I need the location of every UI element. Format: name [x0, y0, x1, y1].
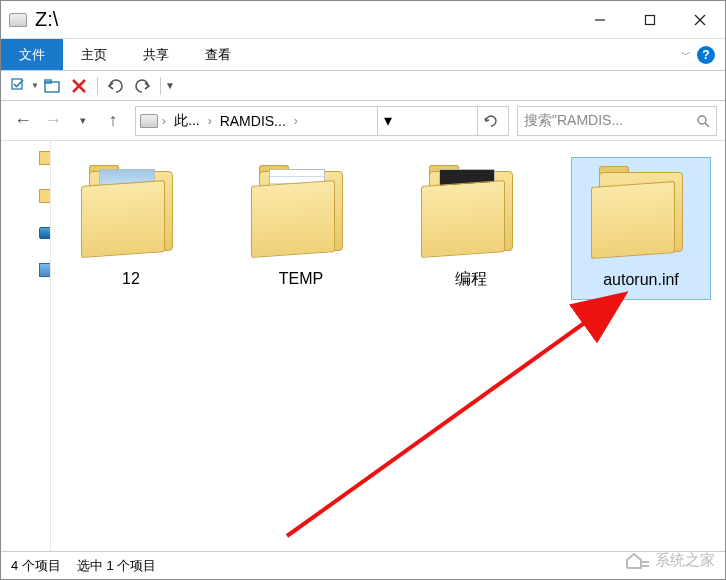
close-icon: [694, 14, 706, 26]
maximize-button[interactable]: [625, 1, 675, 38]
sidebar-item-thispc[interactable]: [39, 227, 51, 239]
tab-view[interactable]: 查看: [187, 39, 249, 70]
main-area: 12 TEMP 编程 autorun.inf: [1, 141, 725, 551]
tab-share[interactable]: 共享: [125, 39, 187, 70]
minimize-button[interactable]: [575, 1, 625, 38]
titlebar: Z:\: [1, 1, 725, 39]
folder-item[interactable]: 编程: [401, 157, 541, 298]
sidebar-item[interactable]: [39, 151, 51, 165]
qat-undo[interactable]: [104, 74, 128, 98]
search-placeholder: 搜索"RAMDIS...: [524, 112, 623, 130]
breadcrumb-item-thispc[interactable]: 此...: [170, 112, 204, 130]
folder-item[interactable]: 12: [61, 157, 201, 298]
svg-line-10: [705, 123, 709, 127]
folder-icon: [591, 166, 691, 262]
search-icon: [696, 114, 710, 128]
chevron-right-icon[interactable]: ›: [162, 114, 166, 128]
ribbon-right: ﹀ ?: [681, 39, 725, 70]
svg-rect-4: [12, 79, 22, 89]
item-label: TEMP: [235, 269, 367, 290]
breadcrumb-drive-icon: [140, 114, 158, 128]
breadcrumb[interactable]: › 此... › RAMDIS... › ▾: [135, 106, 509, 136]
nav-back[interactable]: ←: [9, 107, 37, 135]
status-selected-count: 选中 1 个项目: [77, 557, 156, 575]
undo-icon: [107, 78, 125, 94]
folder-icon: [81, 165, 181, 261]
tab-file[interactable]: 文件: [1, 39, 63, 70]
nav-recent-dropdown[interactable]: ▾: [69, 107, 97, 135]
quick-access-toolbar: ▼ ▼: [1, 71, 725, 101]
chevron-right-icon[interactable]: ›: [294, 114, 298, 128]
drive-icon: [9, 13, 27, 27]
folder-icon: [251, 165, 351, 261]
chevron-right-icon[interactable]: ›: [208, 114, 212, 128]
new-folder-icon: [44, 78, 62, 94]
ribbon-tabs: 文件 主页 共享 查看 ﹀ ?: [1, 39, 725, 71]
breadcrumb-item-ramdisk[interactable]: RAMDIS...: [216, 113, 290, 129]
window-title: Z:\: [35, 8, 575, 31]
qat-separator: [97, 77, 98, 95]
nav-pane[interactable]: [1, 141, 51, 551]
qat-delete[interactable]: [67, 74, 91, 98]
sidebar-item[interactable]: [39, 189, 51, 203]
nav-up[interactable]: ↑: [99, 107, 127, 135]
watermark-text: 系统之家: [655, 551, 715, 570]
sidebar-item[interactable]: [39, 263, 51, 277]
item-label: autorun.inf: [576, 270, 706, 291]
nav-forward[interactable]: →: [39, 107, 67, 135]
redo-icon: [133, 78, 151, 94]
checkbox-check-icon: [11, 78, 27, 94]
delete-x-icon: [71, 78, 87, 94]
breadcrumb-dropdown[interactable]: ▾: [377, 107, 398, 135]
svg-rect-1: [646, 15, 655, 24]
qat-redo[interactable]: [130, 74, 154, 98]
watermark: 系统之家: [625, 548, 715, 573]
qat-customize-dropdown[interactable]: ▼: [165, 80, 175, 91]
status-bar: 4 个项目 选中 1 个项目: [1, 551, 725, 579]
close-button[interactable]: [675, 1, 725, 38]
qat-new-folder[interactable]: [41, 74, 65, 98]
help-button[interactable]: ?: [697, 46, 715, 64]
address-bar: ← → ▾ ↑ › 此... › RAMDIS... › ▾ 搜索"RAMDIS…: [1, 101, 725, 141]
svg-point-9: [698, 116, 706, 124]
folder-icon: [421, 165, 521, 261]
status-item-count: 4 个项目: [11, 557, 61, 575]
minimize-icon: [594, 14, 606, 26]
item-label: 编程: [405, 269, 537, 290]
refresh-icon: [484, 114, 498, 128]
qat-dropdown-1[interactable]: ▼: [31, 81, 39, 90]
folder-item[interactable]: TEMP: [231, 157, 371, 298]
file-list[interactable]: 12 TEMP 编程 autorun.inf: [51, 141, 725, 551]
qat-separator-2: [160, 77, 161, 95]
search-input[interactable]: 搜索"RAMDIS...: [517, 106, 717, 136]
folder-item-selected[interactable]: autorun.inf: [571, 157, 711, 300]
qat-properties[interactable]: [7, 74, 31, 98]
expand-ribbon-icon[interactable]: ﹀: [681, 48, 691, 62]
maximize-icon: [644, 14, 656, 26]
window-controls: [575, 1, 725, 38]
item-label: 12: [65, 269, 197, 290]
tab-home[interactable]: 主页: [63, 39, 125, 70]
refresh-button[interactable]: [477, 107, 504, 135]
watermark-icon: [625, 548, 651, 573]
